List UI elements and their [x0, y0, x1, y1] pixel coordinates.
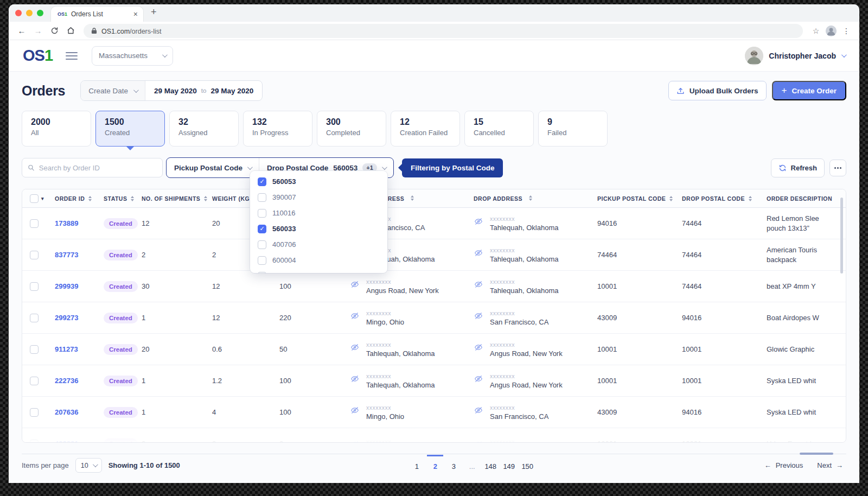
status-card-failed[interactable]: 9 Failed [538, 111, 608, 147]
shipments-cell: 1 [142, 408, 212, 416]
eye-off-icon [350, 279, 360, 289]
drop-city: San Francisco, CA [490, 318, 548, 326]
row-checkbox[interactable] [30, 408, 39, 417]
page-button-148[interactable]: 148 [482, 455, 499, 476]
hidden-value-cell: 100 [279, 282, 350, 290]
postal-code-option[interactable]: 600004 [250, 252, 387, 268]
page-size-select[interactable]: 10 [75, 458, 102, 473]
pickup-city: Angus Road, New York [366, 287, 439, 295]
close-window-button[interactable] [15, 10, 22, 16]
drop-postal-cell: 74464 [682, 219, 767, 227]
user-menu[interactable]: Christopher Jacob [745, 47, 845, 65]
checked-checkbox[interactable]: ✓ [258, 225, 266, 233]
row-checkbox[interactable] [30, 219, 39, 228]
page-button-2-active[interactable]: 2 [427, 455, 443, 476]
horizontal-scrollbar-thumb[interactable] [800, 453, 833, 455]
column-header-status[interactable]: STATUS [104, 195, 142, 202]
browser-profile-avatar[interactable] [826, 26, 837, 36]
browser-tab[interactable]: OS1 Orders List × [51, 7, 143, 22]
row-checkbox[interactable] [30, 345, 39, 354]
row-checkbox[interactable] [30, 314, 39, 322]
postal-code-option[interactable]: 567874 [250, 268, 387, 273]
status-card-created[interactable]: 1500 Created [95, 111, 165, 147]
lock-icon [91, 27, 97, 34]
column-header-drop-postal[interactable]: DROP POSTAL CODE [682, 195, 767, 202]
vertical-scrollbar-thumb[interactable] [840, 198, 843, 274]
home-icon[interactable] [64, 24, 77, 37]
minimize-window-button[interactable] [26, 10, 33, 16]
search-input[interactable] [39, 164, 157, 172]
postal-code-option[interactable]: 390007 [250, 189, 387, 205]
unchecked-checkbox[interactable] [258, 193, 266, 202]
status-card-completed[interactable]: 300 Completed [317, 111, 386, 147]
url-bar[interactable]: OS1.com/orders-list [84, 24, 803, 38]
drop-address-cell: xxxxxxxxTahlequah, Oklahoma [474, 278, 597, 295]
tab-close-icon[interactable]: × [133, 10, 138, 18]
column-header-shipments[interactable]: NO. OF SHIPMENTS [142, 195, 212, 202]
hidden-value-cell: 3 [279, 440, 350, 443]
postal-code-option[interactable]: 400706 [250, 237, 387, 252]
region-select[interactable]: Massachusetts [92, 46, 173, 66]
previous-page-button[interactable]: ← Previous [764, 461, 803, 469]
next-page-button[interactable]: Next → [817, 461, 843, 469]
maximize-window-button[interactable] [37, 10, 43, 16]
order-id-link[interactable]: 299273 [55, 314, 78, 322]
status-card-in-progress[interactable]: 132 In Progress [243, 111, 312, 147]
pickup-postal-cell: 43009 [597, 314, 682, 322]
column-header-drop-address[interactable]: DROP ADDRESS [474, 195, 597, 202]
more-options-button[interactable] [829, 160, 846, 176]
date-range-picker[interactable]: 29 May 2020 to 29 May 2020 [145, 81, 262, 100]
order-id-link[interactable]: 911273 [55, 345, 78, 353]
status-card-all[interactable]: 2000 All [22, 111, 91, 147]
postal-code-option[interactable]: ✓560033 [250, 221, 387, 237]
browser-menu-icon[interactable]: ⋮ [840, 24, 853, 37]
drop-address-cell: xxxxxxxxTahlequah, Oklahoma [474, 215, 597, 232]
row-checkbox[interactable] [30, 251, 39, 259]
page-button-1[interactable]: 1 [409, 455, 425, 476]
column-header-order-id[interactable]: ORDER ID [55, 195, 104, 202]
pickup-postal-code-filter[interactable]: Pickup Postal Code [167, 158, 259, 177]
new-tab-button[interactable]: + [151, 4, 157, 20]
sort-icon [749, 196, 752, 201]
postal-code-option[interactable]: ✓560053 [250, 174, 387, 189]
drop-address-cell: xxxxxxxxSan Francisco, CA [474, 404, 597, 421]
unchecked-checkbox[interactable] [258, 272, 266, 274]
chevron-down-icon [93, 462, 98, 467]
order-id-link[interactable]: 207636 [55, 408, 78, 416]
select-all-checkbox[interactable] [30, 194, 39, 203]
drop-postal-cell: 94016 [682, 408, 767, 416]
hamburger-menu-icon[interactable] [66, 52, 78, 60]
column-header-pickup-postal[interactable]: PICKUP POSTAL CODE [597, 195, 682, 202]
checked-checkbox[interactable]: ✓ [258, 177, 266, 186]
order-id-link[interactable]: 493831 [55, 440, 78, 443]
column-header-description[interactable]: ORDER DESCRIPTION [767, 195, 846, 202]
browser-refresh-icon[interactable] [48, 24, 61, 37]
upload-bulk-orders-button[interactable]: Upload Bulk Orders [668, 81, 767, 100]
page-button-150[interactable]: 150 [519, 455, 535, 476]
date-filter-type-select[interactable]: Create Date [81, 81, 145, 100]
forward-button[interactable]: → [31, 24, 44, 37]
pickup-address-cell: xxxxxxxxMingo, Ohio [350, 404, 474, 421]
postal-code-option[interactable]: 110016 [250, 205, 387, 221]
unchecked-checkbox[interactable] [258, 240, 266, 249]
row-checkbox[interactable] [30, 440, 39, 443]
order-id-link[interactable]: 222736 [55, 377, 78, 385]
row-checkbox[interactable] [30, 282, 39, 291]
order-id-link[interactable]: 299939 [55, 282, 78, 290]
status-card-creation-failed[interactable]: 12 Creation Failed [391, 111, 460, 147]
bookmark-star-icon[interactable]: ☆ [809, 24, 822, 37]
back-button[interactable]: ← [15, 24, 28, 37]
refresh-button[interactable]: Refresh [771, 158, 825, 177]
select-all-caret-icon[interactable]: ▾ [41, 196, 44, 201]
row-checkbox[interactable] [30, 377, 39, 385]
page-button-149[interactable]: 149 [501, 455, 517, 476]
page-button-3[interactable]: 3 [445, 455, 462, 476]
pickup-city: Mingo, Ohio [366, 412, 404, 421]
status-card-assigned[interactable]: 32 Assigned [169, 111, 239, 147]
status-card-cancelled[interactable]: 15 Cancelled [464, 111, 534, 147]
create-order-button[interactable]: + Create Order [772, 81, 846, 100]
unchecked-checkbox[interactable] [258, 256, 266, 265]
order-id-link[interactable]: 173889 [55, 219, 78, 227]
unchecked-checkbox[interactable] [258, 209, 266, 218]
order-id-link[interactable]: 837773 [55, 251, 78, 259]
